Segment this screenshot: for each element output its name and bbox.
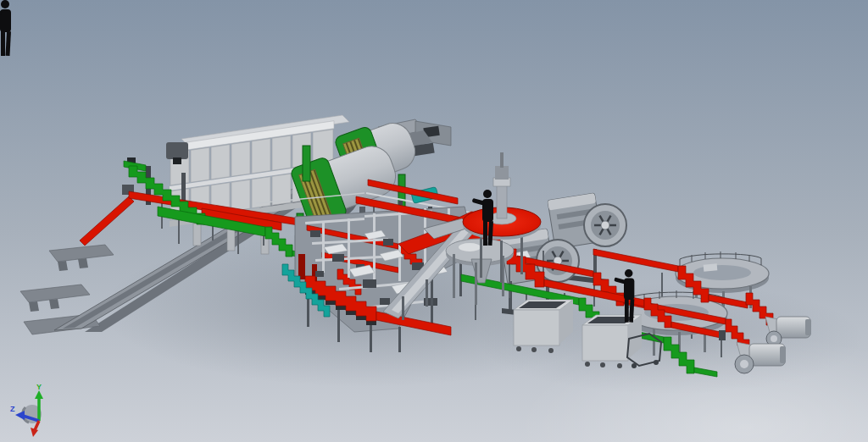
axis-z-label: Z xyxy=(10,405,15,413)
cad-viewport[interactable]: Y Z xyxy=(0,0,868,442)
axis-y-label: Y xyxy=(36,383,42,391)
motor-2[interactable] xyxy=(749,344,785,366)
